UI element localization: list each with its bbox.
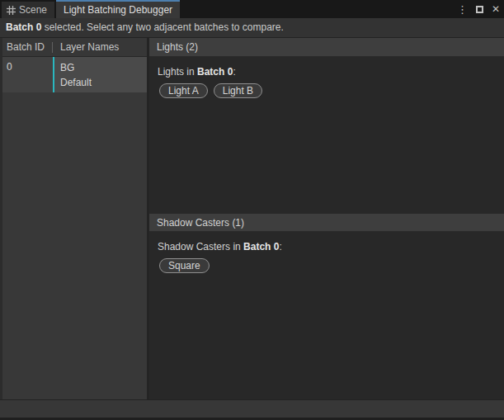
scene-grid-icon — [7, 6, 16, 15]
batch-details-panel: Lights (2) Lights in Batch 0: Light A Li… — [149, 38, 504, 399]
lights-section-body: Lights in Batch 0: Light A Light B — [149, 57, 504, 213]
shadows-label-suffix: : — [279, 241, 281, 252]
layer-name: BG — [60, 60, 147, 75]
batch-table-header: Batch ID Layer Names — [0, 38, 147, 57]
maximize-icon[interactable] — [476, 6, 483, 13]
batch-row-selected[interactable]: 0 BG Default — [0, 57, 147, 92]
batch-id-cell: 0 — [0, 57, 53, 92]
shadows-label-batch: Batch 0 — [243, 241, 279, 252]
status-bar: Batch 0 selected. Select any two adjacen… — [0, 18, 504, 38]
column-header-batch-id: Batch ID — [7, 38, 45, 56]
column-header-layer-names: Layer Names — [60, 38, 119, 56]
status-selected-batch: Batch 0 — [6, 21, 41, 33]
batch-id-value: 0 — [7, 60, 53, 74]
window-controls: ⋮ ✕ — [457, 0, 500, 18]
layer-names-cell: BG Default — [53, 57, 147, 92]
batch-list-panel: Batch ID Layer Names 0 BG Default — [0, 38, 147, 399]
lights-label-batch: Batch 0 — [197, 66, 233, 78]
layer-name: Default — [60, 75, 147, 90]
shadow-casters-section-label: Shadow Casters in Batch 0: — [158, 241, 282, 252]
status-message: selected. Select any two adjacent batche… — [41, 21, 284, 33]
lights-label-suffix: : — [233, 66, 235, 78]
close-icon[interactable]: ✕ — [492, 4, 500, 14]
light-chip[interactable]: Light B — [214, 83, 262, 98]
shadow-caster-chip[interactable]: Square — [159, 258, 210, 273]
shadow-casters-section-body: Shadow Casters in Batch 0: Square — [149, 232, 504, 399]
shadow-caster-chip-row: Square — [159, 258, 215, 273]
tab-light-batching-debugger-label: Light Batching Debugger — [56, 2, 180, 18]
kebab-menu-icon[interactable]: ⋮ — [457, 4, 468, 15]
lights-section-header: Lights (2) — [149, 38, 504, 57]
lights-chip-row: Light A Light B — [159, 83, 268, 98]
tab-scene-label: Scene — [19, 4, 47, 16]
tab-scene[interactable]: Scene — [2, 2, 54, 18]
bottom-bar — [0, 399, 504, 420]
shadow-casters-section-header: Shadow Casters (1) — [149, 213, 504, 232]
window-left-edge — [0, 38, 2, 399]
tab-light-batching-debugger[interactable]: Light Batching Debugger — [56, 0, 180, 18]
lights-label-prefix: Lights in — [158, 66, 197, 78]
light-chip[interactable]: Light A — [159, 83, 208, 98]
tab-bar: Scene Light Batching Debugger ⋮ ✕ — [0, 0, 504, 18]
main-area: Batch ID Layer Names 0 BG Default Lights… — [0, 38, 504, 399]
lights-section-label: Lights in Batch 0: — [158, 66, 236, 78]
light-batching-debugger-window: Scene Light Batching Debugger ⋮ ✕ Batch … — [0, 0, 504, 420]
column-divider — [52, 42, 53, 53]
shadows-label-prefix: Shadow Casters in — [158, 241, 243, 252]
